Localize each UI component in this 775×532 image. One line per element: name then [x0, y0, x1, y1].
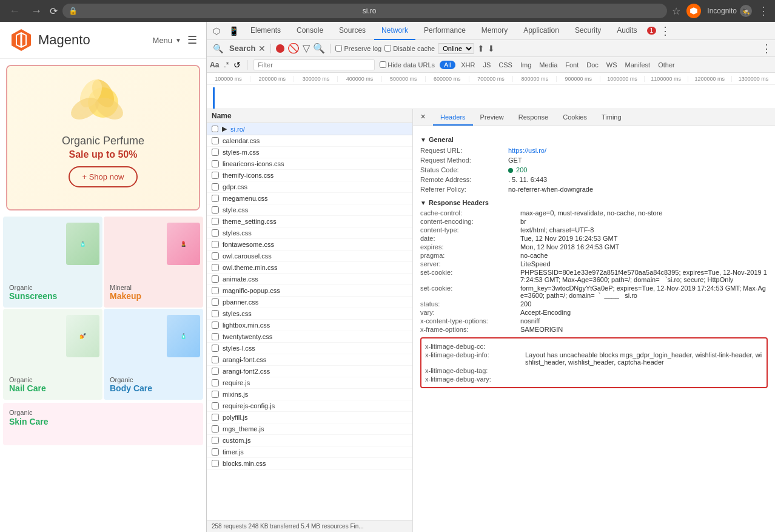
file-item[interactable]: custom.js	[207, 435, 412, 446]
file-item[interactable]: arangi-font.css	[207, 354, 412, 366]
file-item[interactable]: theme_setting.css	[207, 216, 412, 227]
forward-button[interactable]: →	[28, 4, 45, 19]
font-size-btn[interactable]: Aa	[210, 61, 219, 69]
refresh-filter-btn[interactable]: ↺	[233, 60, 241, 70]
tab-headers[interactable]: Headers	[433, 109, 473, 126]
file-item[interactable]: megamenu.css	[207, 193, 412, 204]
file-item[interactable]: lightbox.min.css	[207, 320, 412, 331]
tab-memory[interactable]: Memory	[474, 22, 515, 40]
record-button[interactable]	[276, 44, 284, 53]
filter-icon[interactable]: ▽	[303, 42, 310, 54]
file-item[interactable]: mixins.js	[207, 389, 412, 400]
shop-now-button[interactable]: + Shop now	[69, 166, 137, 187]
file-item[interactable]: owl.theme.min.css	[207, 262, 412, 274]
file-item[interactable]: animate.css	[207, 274, 412, 285]
request-url-value: https://usi.ro/	[508, 147, 546, 154]
back-button[interactable]: ←	[6, 4, 23, 19]
filter-type-xhr[interactable]: XHR	[458, 61, 477, 69]
file-item[interactable]: twentytwenty.css	[207, 331, 412, 343]
file-item[interactable]: styles.css	[207, 227, 412, 239]
file-item[interactable]: styles-l.css	[207, 343, 412, 354]
tab-console[interactable]: Console	[289, 22, 330, 40]
tab-response[interactable]: Response	[511, 109, 556, 126]
tab-sources[interactable]: Sources	[332, 22, 373, 40]
search-close-button[interactable]: ✕	[258, 44, 266, 53]
tab-cookies[interactable]: Cookies	[555, 109, 594, 126]
search-label[interactable]: Search	[229, 44, 255, 53]
file-item[interactable]: themify-icons.css	[207, 170, 412, 181]
litimage-info-value: Layout has uncacheable blocks mgs_gdpr_l…	[525, 351, 763, 366]
preserve-log-checkbox[interactable]: Preserve log	[335, 45, 381, 52]
product-card-bodycare[interactable]: 🧴 Organic Body Care	[104, 309, 203, 400]
filter-input[interactable]	[253, 59, 375, 70]
file-item[interactable]: require.js	[207, 377, 412, 389]
inspect-element-button[interactable]: ⬡	[210, 24, 223, 38]
file-item[interactable]: styles.css	[207, 308, 412, 320]
product-card-skincare[interactable]: Organic Skin Care	[3, 403, 203, 445]
tab-network[interactable]: Network	[374, 22, 415, 40]
file-item[interactable]: magnific-popup.css	[207, 285, 412, 297]
filter-type-css[interactable]: CSS	[496, 61, 515, 69]
filter-type-all[interactable]: All	[440, 61, 455, 69]
response-header-row: set-cookie:form_key=3wtocDNgyYtGa0eP; ex…	[420, 284, 768, 300]
file-item[interactable]: owl.carousel.css	[207, 251, 412, 262]
throttle-select[interactable]: Online	[438, 43, 474, 54]
tab-application[interactable]: Application	[516, 22, 566, 40]
browser-menu-button[interactable]: ⋮	[758, 4, 769, 18]
file-item[interactable]: arangi-font2.css	[207, 366, 412, 377]
magento-ext-icon[interactable]	[686, 4, 701, 18]
header-value: LiteSpeed	[520, 260, 551, 268]
hide-data-urls-checkbox[interactable]: Hide data URLs	[380, 61, 435, 69]
product-card-nailcare[interactable]: 💅 Organic Nail Care	[3, 309, 102, 400]
filter-type-other[interactable]: Other	[656, 61, 677, 69]
filter-type-img[interactable]: Img	[518, 61, 534, 69]
filter-type-font[interactable]: Font	[563, 61, 581, 69]
file-item[interactable]: fontawesome.css	[207, 239, 412, 251]
search-network-button[interactable]: 🔍	[210, 42, 226, 55]
bookmark-icon[interactable]: ☆	[672, 5, 680, 17]
status-code-label: Status Code:	[420, 166, 505, 173]
export-button[interactable]: ⬇	[488, 44, 495, 53]
clear-button[interactable]: 🚫	[287, 42, 300, 54]
more-options-button[interactable]: ⋮	[761, 42, 772, 55]
device-toggle-button[interactable]: 📱	[226, 24, 242, 38]
filter-type-media[interactable]: Media	[537, 61, 560, 69]
details-close-button[interactable]: ✕	[413, 109, 433, 126]
file-item[interactable]: timer.js	[207, 446, 412, 458]
file-item[interactable]: gdpr.css	[207, 181, 412, 193]
filter-type-ws[interactable]: WS	[604, 61, 620, 69]
file-item[interactable]: mgs_theme.js	[207, 423, 412, 435]
tab-preview[interactable]: Preview	[473, 109, 511, 126]
product-card-makeup[interactable]: 💄 Mineral Makeup	[104, 217, 203, 308]
search-icon[interactable]: 🔍	[313, 42, 325, 54]
list-icon[interactable]: ☰	[187, 33, 197, 47]
file-item[interactable]: blocks.min.css	[207, 458, 412, 470]
refresh-button[interactable]: ⟳	[50, 5, 58, 17]
tab-security[interactable]: Security	[568, 22, 608, 40]
browser-actions: ☆ Incognito 🕵 ⋮	[672, 4, 769, 18]
filter-type-js[interactable]: JS	[480, 61, 493, 69]
more-tabs-button[interactable]: ⋮	[660, 24, 671, 38]
file-item[interactable]: linearicons-icons.css	[207, 158, 412, 170]
general-toggle[interactable]: ▼	[420, 136, 426, 143]
regex-btn[interactable]: .*	[224, 61, 229, 69]
file-item[interactable]: style.css	[207, 204, 412, 216]
filter-type-manifest[interactable]: Manifest	[623, 61, 653, 69]
product-card-sunscreens[interactable]: 🧴 Organic Sunscreens	[3, 217, 102, 308]
import-button[interactable]: ⬆	[477, 44, 485, 53]
url-bar[interactable]: 🔒 si.ro	[62, 4, 667, 18]
menu-button[interactable]: Menu ▼	[153, 36, 181, 45]
tab-timing[interactable]: Timing	[594, 109, 629, 126]
file-item[interactable]: calendar.css	[207, 135, 412, 147]
file-item[interactable]: pbanner.css	[207, 297, 412, 308]
selected-file-row[interactable]: ▶ si.ro/	[207, 123, 412, 135]
filter-type-doc[interactable]: Doc	[584, 61, 601, 69]
tab-audits[interactable]: Audits	[609, 22, 644, 40]
file-item[interactable]: polyfill.js	[207, 412, 412, 423]
file-item[interactable]: requirejs-config.js	[207, 400, 412, 412]
file-item[interactable]: styles-m.css	[207, 147, 412, 158]
disable-cache-checkbox[interactable]: Disable cache	[384, 45, 435, 52]
response-headers-toggle[interactable]: ▼	[420, 200, 426, 206]
tab-performance[interactable]: Performance	[417, 22, 473, 40]
tab-elements[interactable]: Elements	[243, 22, 288, 40]
